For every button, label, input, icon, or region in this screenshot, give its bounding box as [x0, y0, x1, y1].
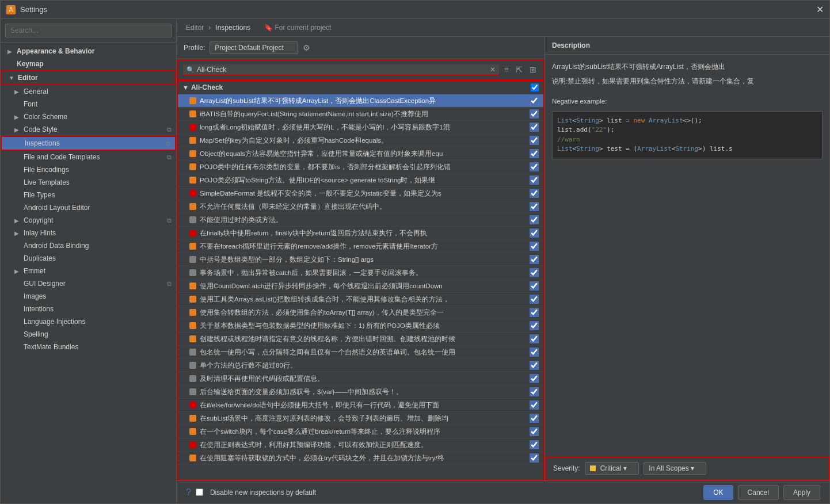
filter-input[interactable] [197, 66, 490, 74]
description-panel: Description ArrayList的subList结果不可强转成Arra… [545, 37, 829, 480]
sidebar-item-spelling[interactable]: Spelling [1, 328, 176, 341]
sidebar-item-keymap[interactable]: Keymap [1, 58, 176, 70]
item-checkbox[interactable] [530, 189, 539, 198]
sidebar-search-input[interactable] [5, 24, 172, 37]
inspection-item[interactable]: 关于基本数据类型与包装数据类型的使用标准如下：1) 所有的POJO类属性必须 [178, 319, 543, 333]
item-checkbox[interactable] [530, 361, 539, 370]
export-button[interactable]: ⊞ [527, 64, 539, 75]
inspection-item[interactable]: 后台输送给页面的变量必须加感叹号，${var}——中间加感叹号！。 [178, 385, 543, 399]
inspection-item[interactable]: 在subList场景中，高度注意对原列表的修改，会导致子列表的遍历、增加、删除均 [178, 412, 543, 425]
group-checkbox[interactable] [531, 83, 539, 91]
item-checkbox[interactable] [530, 162, 539, 171]
inspection-group-ali-check[interactable]: ▼ Ali-Check [178, 81, 543, 94]
filter-clear-button[interactable]: ✕ [490, 66, 496, 74]
severity-select[interactable]: Critical ▾ [585, 462, 639, 475]
sidebar-item-textmate-bundles[interactable]: TextMate Bundles [1, 341, 176, 353]
inspection-item[interactable]: POJO类中的任何布尔类型的变量，都不要加is，否则部分框架解析会引起序列化错 [178, 161, 543, 174]
item-checkbox[interactable] [530, 321, 539, 330]
item-checkbox[interactable] [530, 440, 539, 449]
item-checkbox[interactable] [530, 427, 539, 436]
sidebar-item-appearance[interactable]: ▶ Appearance & Behavior [1, 45, 176, 58]
item-checkbox[interactable] [530, 215, 539, 224]
sidebar-item-inspections[interactable]: Inspections ⧉ [1, 136, 176, 151]
inspection-item[interactable]: 不允许任何魔法值（即未经定义的常量）直接出现在代码中。 [178, 200, 543, 213]
sidebar-item-file-types[interactable]: File Types [1, 189, 176, 201]
cancel-button[interactable]: Cancel [738, 485, 779, 500]
inspection-item[interactable]: 不能使用过时的类或方法。 [178, 213, 543, 227]
item-checkbox[interactable] [530, 387, 539, 396]
sidebar-item-android-layout-editor[interactable]: Android Layout Editor [1, 201, 176, 214]
item-checkbox[interactable] [530, 202, 539, 211]
item-checkbox[interactable] [530, 96, 539, 105]
profile-gear-icon[interactable]: ⚙ [303, 43, 310, 52]
sidebar-item-emmet[interactable]: ▶ Emmet [1, 265, 176, 277]
inspection-item[interactable]: 不要在foreach循环里进行元素的remove/add操作，remove元素请… [178, 240, 543, 253]
inspection-item[interactable]: 包名统一使用小写，点分隔符之间有且仅有一个自然语义的英语单词。包名统一使用 [178, 346, 543, 359]
inspection-item[interactable]: Map/Set的key为自定义对象时，必须重写hashCode和equals。 [178, 134, 543, 147]
profile-select[interactable]: Project Default Project [210, 41, 298, 54]
item-checkbox[interactable] [530, 268, 539, 277]
sidebar-item-copyright[interactable]: ▶ Copyright ⧉ [1, 214, 176, 227]
close-button[interactable]: ✕ [816, 4, 824, 15]
inspection-item[interactable]: 使用CountDownLatch进行异步转同步操作，每个线程退出前必须调用cou… [178, 280, 543, 293]
apply-button[interactable]: Apply [783, 485, 820, 500]
item-checkbox[interactable] [530, 295, 539, 304]
item-checkbox[interactable] [530, 414, 539, 423]
item-checkbox[interactable] [530, 334, 539, 343]
sidebar-item-editor[interactable]: ▼ Editor [1, 70, 176, 85]
item-checkbox[interactable] [530, 149, 539, 158]
sidebar-item-live-templates[interactable]: Live Templates [1, 176, 176, 189]
disable-new-inspections-checkbox[interactable] [196, 488, 203, 496]
inspection-item[interactable]: SimpleDateFormat 是线程不安全的类，一般不要定义为static变… [178, 187, 543, 200]
inspection-item[interactable]: 使用集合转数组的方法，必须使用集合的toArray(T[] array)，传入的… [178, 306, 543, 319]
item-checkbox[interactable] [530, 175, 539, 185]
sidebar-item-language-injections[interactable]: Language Injections [1, 315, 176, 328]
help-icon[interactable]: ? [186, 487, 191, 498]
sidebar-item-inlay-hints[interactable]: ▶ Inlay Hints [1, 227, 176, 239]
item-checkbox[interactable] [530, 228, 539, 238]
inspection-item[interactable]: 在使用阻塞等待获取锁的方式中，必须在try代码块之外，并且在加锁方法与try/终 [178, 452, 543, 465]
item-checkbox[interactable] [530, 123, 539, 132]
sidebar-item-code-style[interactable]: ▶ Code Style ⧉ [1, 123, 176, 136]
item-checkbox[interactable] [530, 255, 539, 264]
inspection-item[interactable]: 使用工具类Arrays.asList()把数组转换成集合时，不能使用其修改集合相… [178, 293, 543, 306]
inspection-item[interactable]: iBATIS自带的queryForList(String statementNa… [178, 108, 543, 121]
inspection-item[interactable]: 及时清理不再使用的代码段或配置信息。 [178, 372, 543, 385]
item-checkbox[interactable] [530, 400, 539, 410]
item-checkbox[interactable] [530, 348, 539, 357]
sidebar-item-general[interactable]: ▶ General [1, 85, 176, 98]
item-checkbox[interactable] [530, 109, 539, 119]
inspection-item[interactable]: 在if/else/for/while/do语句中必须使用大括号，即使只有一行代码… [178, 399, 543, 412]
inspection-item[interactable]: 创建线程或线程池时请指定有意义的线程名称，方便出错时回溯。创建线程池的时候 [178, 333, 543, 346]
inspection-item[interactable]: Object的equals方法容易抛空指针异常，应使用常量或确定有值的对象来调用… [178, 147, 543, 161]
item-checkbox[interactable] [530, 374, 539, 383]
scope-select[interactable]: In All Scopes ▾ [644, 462, 706, 475]
inspection-item[interactable]: 单个方法的总行数不超过80行。 [178, 359, 543, 372]
inspection-item[interactable]: long或者Long初始赋值时，必须使用大写的L，不能是小写的l，小写容易跟数字… [178, 121, 543, 134]
inspection-item-text: 在finally块中使用return，finally块中的return返回后方法… [200, 229, 526, 238]
sidebar-item-file-code-templates[interactable]: File and Code Templates ⧉ [1, 151, 176, 163]
inspection-item[interactable]: 在使用正则表达式时，利用好其预编译功能，可以有效加快正则匹配速度。 [178, 438, 543, 452]
sidebar-item-gui-designer[interactable]: GUI Designer ⧉ [1, 277, 176, 290]
inspection-item[interactable]: ArrayList的subList结果不可强转成ArrayList，否则会抛出C… [178, 94, 543, 108]
item-checkbox[interactable] [530, 242, 539, 251]
inspection-item[interactable]: 在finally块中使用return，finally块中的return返回后方法… [178, 227, 543, 240]
expand-all-button[interactable]: ≡ [502, 64, 511, 75]
item-checkbox[interactable] [530, 453, 539, 463]
item-checkbox[interactable] [530, 281, 539, 291]
collapse-all-button[interactable]: ⇱ [513, 64, 525, 75]
sidebar-item-duplicates[interactable]: Duplicates [1, 252, 176, 265]
inspection-item[interactable]: 中括号是数组类型的一部分，数组定义如下：String[] args [178, 253, 543, 266]
inspection-item[interactable]: 在一个switch块内，每个case要么通过break/return等来终止，要… [178, 425, 543, 438]
sidebar-item-android-data-binding[interactable]: Android Data Binding [1, 239, 176, 252]
inspection-item[interactable]: POJO类必须写toString方法。使用IDE的<source> genera… [178, 174, 543, 187]
item-checkbox[interactable] [530, 136, 539, 145]
ok-button[interactable]: OK [703, 485, 733, 500]
sidebar-item-intentions[interactable]: Intentions [1, 303, 176, 315]
sidebar-item-font[interactable]: Font [1, 98, 176, 110]
sidebar-item-color-scheme[interactable]: ▶ Color Scheme [1, 110, 176, 123]
sidebar-item-file-encodings[interactable]: File Encodings [1, 163, 176, 176]
item-checkbox[interactable] [530, 308, 539, 317]
sidebar-item-images[interactable]: Images [1, 290, 176, 303]
inspection-item[interactable]: 事务场景中，抛出异常被catch后，如果需要回滚，一定要手动回滚事务。 [178, 266, 543, 280]
